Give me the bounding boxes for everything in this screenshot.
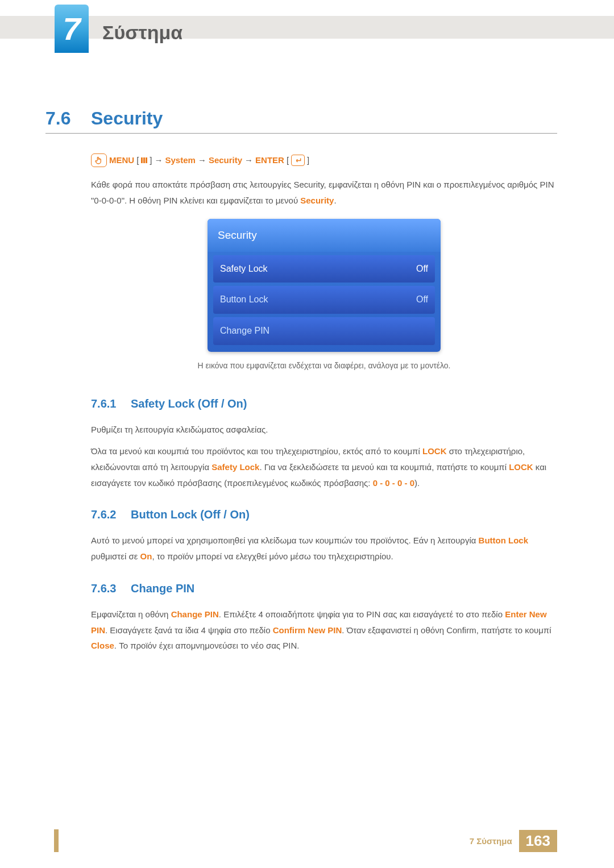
txt: . Όταν εξαφανιστεί η οθόνη Confirm, πατή… — [342, 625, 551, 635]
menu-label: MENU — [109, 152, 134, 168]
chapter-title: Σύστημα — [102, 22, 182, 44]
sub-num: 7.6.2 — [91, 504, 123, 525]
bracket-open: [ — [287, 152, 289, 168]
pin-default: 0 - 0 - 0 - 0 — [373, 478, 414, 488]
lock-word: LOCK — [509, 462, 533, 472]
sub-title: Change PIN — [131, 578, 194, 599]
intro-paragraph: Κάθε φορά που αποκτάτε πρόσβαση στις λει… — [91, 177, 557, 209]
path-system: System — [165, 152, 196, 168]
bracket-close: ] — [307, 152, 309, 168]
sub-title: Safety Lock (Off / On) — [131, 393, 247, 414]
change-pin-word: Change PIN — [171, 609, 219, 619]
enter-label: ENTER — [255, 152, 284, 168]
arrow-icon: → — [244, 152, 253, 168]
on-word: On — [140, 551, 152, 561]
confirm-new-pin-word: Confirm New PIN — [273, 625, 342, 635]
subsection-heading-button-lock: 7.6.2 Button Lock (Off / On) — [91, 504, 557, 525]
txt: Αυτό το μενού μπορεί να χρησιμοποιηθεί γ… — [91, 535, 479, 545]
arrow-icon: → — [155, 152, 163, 168]
row-label: Safety Lock — [220, 261, 268, 277]
enter-icon — [291, 155, 305, 166]
row-value: Off — [416, 261, 428, 277]
row-label: Change PIN — [220, 323, 269, 339]
header-banner — [0, 16, 614, 39]
security-menu-screenshot: Security Safety Lock Off Button Lock Off… — [208, 219, 441, 352]
txt: Όλα τα μενού και κουμπιά του προϊόντος κ… — [91, 446, 422, 456]
txt: . Το προϊόν έχει απομνημονεύσει το νέο σ… — [114, 641, 300, 650]
sub-title: Button Lock (Off / On) — [131, 504, 250, 525]
footer-chapter-label: 7 Σύστημα — [470, 836, 512, 846]
menu-grid-icon — [141, 157, 147, 163]
arrow-icon: → — [198, 152, 206, 168]
menu-row-button-lock: Button Lock Off — [213, 286, 435, 314]
intro-security-word: Security — [300, 196, 334, 205]
hand-icon — [91, 153, 107, 167]
menu-row-change-pin: Change PIN — [213, 317, 435, 345]
screenshot-caption: Η εικόνα που εμφανίζεται ενδέχεται να δι… — [91, 359, 557, 373]
path-security: Security — [209, 152, 242, 168]
txt: . Εισαγάγετε ξανά τα ίδια 4 ψηφία στο πε… — [105, 625, 273, 635]
bracket-open: [ — [136, 152, 139, 168]
row-value: Off — [416, 292, 428, 308]
s3-p1: Εμφανίζεται η οθόνη Change PIN. Επιλέξτε… — [91, 607, 557, 654]
txt: . Για να ξεκλειδώσετε τα μενού και τα κο… — [259, 462, 509, 472]
row-label: Button Lock — [220, 292, 268, 308]
sub-num: 7.6.1 — [91, 393, 123, 414]
txt: Εμφανίζεται η οθόνη — [91, 609, 171, 619]
sub-num: 7.6.3 — [91, 578, 123, 599]
s1-p2: Όλα τα μενού και κουμπιά του προϊόντος κ… — [91, 443, 557, 491]
chapter-number: 7 — [63, 10, 80, 47]
section-title: Security — [91, 108, 163, 129]
txt: , το προϊόν μπορεί να ελεγχθεί μόνο μέσω… — [152, 551, 393, 561]
s1-p1: Ρυθμίζει τη λειτουργία κλειδώματος ασφαλ… — [91, 422, 557, 438]
close-word: Close — [91, 641, 114, 650]
binding-mark — [54, 829, 59, 852]
txt: ). — [414, 478, 420, 488]
intro-period: . — [334, 196, 336, 205]
page-number: 163 — [519, 830, 557, 852]
menu-header: Security — [208, 219, 441, 252]
section-number: 7.6 — [45, 108, 70, 129]
content-area: MENU [ ] → System → Security → ENTER [ ]… — [91, 152, 557, 659]
chapter-number-tab: 7 — [55, 5, 89, 53]
safety-lock-word: Safety Lock — [211, 462, 259, 472]
menu-row-safety-lock: Safety Lock Off — [213, 255, 435, 283]
page-footer: 7 Σύστημα 163 — [470, 830, 557, 852]
menu-path: MENU [ ] → System → Security → ENTER [ ] — [91, 152, 557, 168]
s2-p1: Αυτό το μενού μπορεί να χρησιμοποιηθεί γ… — [91, 533, 557, 564]
bracket-close: ] — [150, 152, 152, 168]
subsection-heading-change-pin: 7.6.3 Change PIN — [91, 578, 557, 599]
lock-word: LOCK — [422, 446, 447, 456]
txt: ρυθμιστεί σε — [91, 551, 140, 561]
section-divider — [45, 133, 557, 134]
txt: . Επιλέξτε 4 οποιαδήποτε ψηφία για το PI… — [219, 609, 505, 619]
button-lock-word: Button Lock — [479, 535, 529, 545]
subsection-heading-safety-lock: 7.6.1 Safety Lock (Off / On) — [91, 393, 557, 414]
